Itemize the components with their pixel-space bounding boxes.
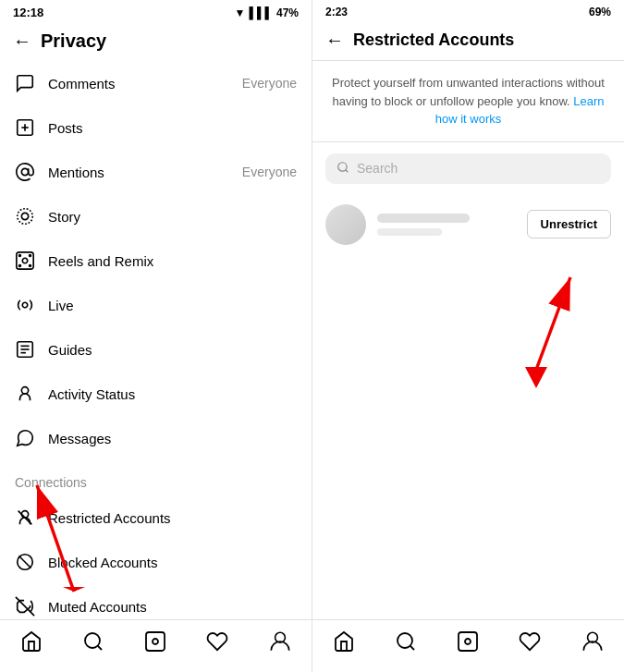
right-bottom-nav [312, 619, 624, 672]
mentions-icon [15, 162, 35, 182]
right-page-title: Restricted Accounts [353, 31, 514, 50]
left-page-title: Privacy [41, 31, 106, 52]
story-icon [15, 206, 35, 226]
svg-point-5 [18, 209, 33, 225]
avatar [325, 204, 366, 245]
svg-point-8 [19, 255, 21, 257]
description-text: Protect yourself from unwanted interacti… [332, 76, 605, 108]
right-status-bar: 2:23 69% [312, 0, 624, 22]
search-icon [336, 161, 349, 177]
search-nav-left[interactable] [82, 630, 104, 658]
guides-icon [15, 339, 35, 360]
connections-section-header: Connections [0, 460, 312, 495]
battery-text: 47% [276, 6, 299, 19]
home-nav-right[interactable] [333, 630, 355, 658]
svg-line-32 [346, 169, 349, 172]
svg-point-33 [398, 633, 412, 648]
muted-label: Muted Accounts [48, 599, 147, 615]
svg-rect-28 [146, 632, 165, 651]
comments-value: Everyone [242, 76, 297, 91]
profile-nav-left[interactable] [268, 629, 292, 659]
right-panel: 2:23 69% ← Restricted Accounts Protect y… [312, 0, 624, 672]
svg-point-10 [19, 265, 21, 267]
menu-item-story[interactable]: Story [0, 194, 312, 238]
menu-item-live[interactable]: Live [0, 283, 312, 327]
wifi-icon: ▼ [235, 6, 246, 19]
activity-label: Activity Status [48, 386, 135, 402]
live-label: Live [48, 298, 74, 313]
menu-item-reels[interactable]: Reels and Remix [0, 238, 312, 283]
search-placeholder: Search [357, 161, 398, 176]
restricted-icon [15, 507, 35, 528]
left-panel: 12:18 ▼ ▌▌▌ 47% ← Privacy Comme [0, 0, 312, 672]
description-box: Protect yourself from unwanted interacti… [312, 61, 624, 142]
left-status-bar: 12:18 ▼ ▌▌▌ 47% [0, 0, 312, 23]
reels-label: Reels and Remix [48, 253, 153, 269]
unrestrict-button[interactable]: Unrestrict [527, 210, 611, 238]
muted-icon [15, 596, 35, 617]
svg-point-3 [21, 168, 28, 175]
posts-icon [15, 117, 35, 138]
svg-line-21 [19, 556, 31, 568]
reels-icon [15, 250, 35, 271]
left-bottom-nav [0, 619, 312, 672]
svg-point-31 [338, 162, 347, 170]
svg-line-34 [410, 646, 413, 650]
account-name-placeholder [377, 214, 470, 223]
search-nav-right[interactable] [395, 630, 417, 658]
home-nav-left[interactable] [20, 630, 43, 658]
reels-nav-left[interactable] [144, 630, 166, 658]
left-status-icons: ▼ ▌▌▌ 47% [235, 6, 299, 19]
restricted-account-row: Unrestrict [312, 195, 624, 254]
mentions-label: Mentions [48, 165, 104, 180]
svg-point-29 [153, 639, 158, 644]
signal-icon: ▌▌▌ [249, 6, 273, 19]
favorites-nav-right[interactable] [519, 630, 541, 658]
guides-label: Guides [48, 342, 92, 358]
left-header: ← Privacy [0, 23, 312, 61]
posts-label: Posts [48, 120, 83, 136]
activity-icon [15, 384, 35, 404]
account-sub-placeholder [377, 228, 442, 236]
right-time: 2:23 [325, 6, 348, 18]
menu-item-blocked[interactable]: Blocked Accounts [0, 540, 312, 584]
comments-icon [15, 73, 35, 93]
menu-item-activity[interactable]: Activity Status [0, 372, 312, 416]
back-button-right[interactable]: ← [325, 30, 344, 51]
svg-line-27 [97, 646, 101, 650]
svg-point-11 [30, 265, 31, 267]
svg-point-4 [21, 213, 28, 219]
menu-item-restricted[interactable]: Restricted Accounts [0, 495, 312, 540]
svg-point-12 [22, 302, 28, 308]
menu-item-guides[interactable]: Guides [0, 327, 312, 372]
svg-line-22 [16, 597, 34, 616]
right-battery: 69% [589, 6, 611, 18]
menu-item-comments[interactable]: Comments Everyone [0, 61, 312, 105]
live-icon [15, 295, 35, 315]
account-info [377, 214, 527, 236]
svg-point-36 [465, 639, 471, 644]
profile-nav-right[interactable] [581, 629, 605, 659]
menu-item-mentions[interactable]: Mentions Everyone [0, 150, 312, 194]
left-time: 12:18 [13, 6, 43, 19]
svg-point-7 [22, 258, 28, 263]
blocked-label: Blocked Accounts [48, 555, 157, 570]
svg-point-26 [85, 633, 100, 648]
search-box[interactable]: Search [325, 153, 611, 184]
favorites-nav-left[interactable] [206, 630, 228, 658]
privacy-menu-list: Comments Everyone Posts [0, 61, 312, 619]
right-spacer [312, 254, 624, 620]
reels-nav-right[interactable] [457, 630, 479, 658]
menu-item-posts[interactable]: Posts [0, 105, 312, 150]
menu-item-muted[interactable]: Muted Accounts [0, 584, 312, 619]
story-label: Story [48, 209, 80, 225]
blocked-icon [15, 552, 35, 572]
svg-rect-35 [459, 632, 477, 651]
messages-icon [15, 428, 35, 448]
svg-point-9 [30, 255, 31, 257]
right-header: ← Restricted Accounts [312, 22, 624, 61]
svg-point-17 [21, 387, 28, 394]
mentions-value: Everyone [242, 165, 297, 179]
menu-item-messages[interactable]: Messages [0, 416, 312, 460]
back-button-left[interactable]: ← [13, 31, 31, 52]
